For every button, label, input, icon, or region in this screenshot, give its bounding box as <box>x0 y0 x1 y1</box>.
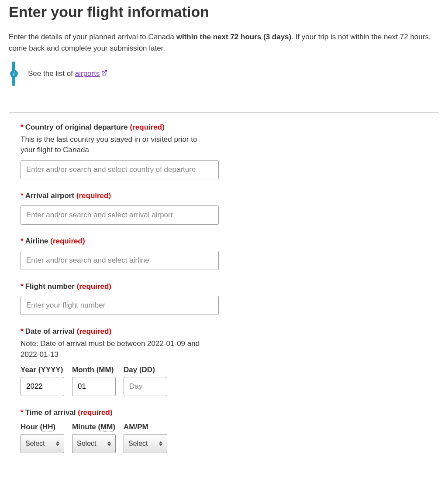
divider <box>21 471 427 471</box>
info-text: See the list of airports <box>28 69 107 78</box>
airport-label: *Arrival airport (required) <box>21 191 221 201</box>
date-note: Note: Date of arrival must be between 20… <box>21 339 213 360</box>
ampm-select[interactable]: Select <box>124 434 167 453</box>
airport-group: *Arrival airport (required) <box>21 191 221 225</box>
day-label: Day (DD) <box>124 366 167 374</box>
date-label: *Date of arrival (required) <box>21 326 221 337</box>
year-label: Year (YYYY) <box>21 366 64 374</box>
minute-select[interactable]: Select <box>72 434 116 453</box>
flight-number-input[interactable] <box>21 296 219 315</box>
airports-link[interactable]: airports <box>75 69 108 78</box>
month-label: Month (MM) <box>72 366 116 374</box>
airport-input[interactable] <box>21 205 219 225</box>
country-input[interactable] <box>21 160 219 179</box>
chevron-updown-icon <box>107 441 112 446</box>
hour-select[interactable]: Select <box>21 434 64 453</box>
airline-label: *Airline (required) <box>21 236 221 246</box>
flight-number-group: *Flight number (required) <box>21 281 221 315</box>
info-banner: i See the list of airports <box>9 62 439 86</box>
country-label: *Country of original departure (required… <box>21 122 221 133</box>
year-input[interactable] <box>21 377 64 396</box>
airline-group: *Airline (required) <box>21 236 221 270</box>
flight-number-label: *Flight number (required) <box>21 281 221 292</box>
ampm-label: AM/PM <box>124 423 167 431</box>
day-input[interactable] <box>124 377 167 396</box>
time-label: *Time of arrival (required) <box>21 407 221 418</box>
flight-form: *Country of original departure (required… <box>9 112 439 479</box>
chevron-updown-icon <box>56 441 60 446</box>
minute-label: Minute (MM) <box>72 423 116 431</box>
time-group: *Time of arrival (required) Hour (HH) Se… <box>21 407 221 454</box>
intro-text: Enter the details of your planned arriva… <box>9 31 439 54</box>
country-group: *Country of original departure (required… <box>21 122 221 179</box>
page-title: Enter your flight information <box>9 0 439 26</box>
country-help: This is the last country you stayed in o… <box>21 134 213 156</box>
external-link-icon <box>101 69 107 78</box>
chevron-updown-icon <box>159 441 163 446</box>
month-input[interactable] <box>72 377 116 396</box>
info-icon: i <box>10 70 18 78</box>
airline-input[interactable] <box>21 251 219 270</box>
date-group: *Date of arrival (required) Note: Date o… <box>21 326 221 396</box>
hour-label: Hour (HH) <box>21 423 64 431</box>
svg-line-0 <box>104 71 107 73</box>
